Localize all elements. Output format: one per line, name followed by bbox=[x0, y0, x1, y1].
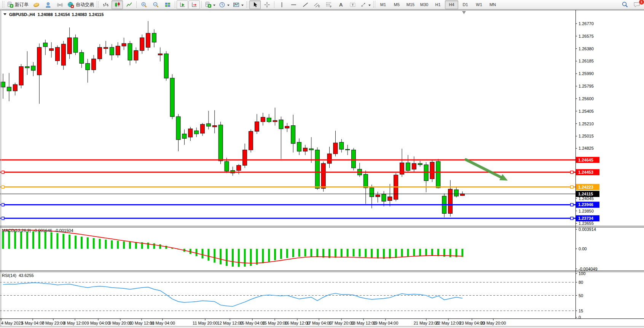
svg-text:1.25405: 1.25405 bbox=[579, 109, 594, 114]
svg-text:23 May 20:00: 23 May 20:00 bbox=[481, 321, 506, 325]
timeframe-mn-button[interactable]: MN bbox=[486, 0, 499, 9]
autotrading-label: 自动交易 bbox=[76, 2, 94, 8]
equidistant-channel-icon: E bbox=[314, 2, 320, 8]
macd-name: MACD(12,26,9) bbox=[2, 228, 31, 233]
indicators-icon bbox=[205, 2, 211, 8]
channel-tool-button[interactable]: E bbox=[311, 0, 323, 9]
timeframe-m30-button[interactable]: M30 bbox=[418, 0, 431, 9]
chart-shift-icon bbox=[191, 2, 198, 8]
horizontal-line-icon bbox=[290, 2, 297, 8]
svg-text:9 May 04:00: 9 May 04:00 bbox=[87, 321, 110, 325]
svg-text:0: 0 bbox=[579, 315, 581, 320]
timeframe-label: M15 bbox=[406, 2, 414, 7]
metaeditor-button[interactable] bbox=[42, 0, 54, 9]
svg-text:50: 50 bbox=[579, 293, 583, 298]
timeframe-m1-button[interactable]: M1 bbox=[376, 0, 390, 9]
toolbar-separator bbox=[274, 1, 274, 8]
new-order-button[interactable]: 新订单 bbox=[5, 0, 30, 9]
svg-text:1.24115: 1.24115 bbox=[578, 192, 593, 196]
text-icon: A bbox=[338, 2, 344, 8]
candlestick-chart-icon bbox=[114, 2, 121, 8]
arrows-icon bbox=[360, 2, 367, 8]
timeframe-h1-button[interactable]: H1 bbox=[431, 0, 445, 9]
line-chart-button[interactable] bbox=[123, 0, 135, 9]
svg-text:7 May 23:00: 7 May 23:00 bbox=[42, 321, 65, 325]
chart-canvas[interactable]: 1.246451.244531.242231.239461.237341.241… bbox=[0, 0, 644, 328]
macd-value-signal: -0.001504 bbox=[54, 228, 73, 233]
timeframe-w1-button[interactable]: W1 bbox=[472, 0, 486, 9]
cursor-icon bbox=[252, 2, 258, 8]
fibonacci-icon: F bbox=[325, 2, 332, 8]
rsi-label: RSI(14) 43.6255 bbox=[2, 273, 34, 278]
timeframe-d1-button[interactable]: D1 bbox=[459, 0, 472, 9]
crosshair-tool-button[interactable] bbox=[261, 0, 273, 9]
zoom-out-button[interactable] bbox=[150, 0, 161, 9]
svg-text:1.25990: 1.25990 bbox=[579, 71, 594, 76]
svg-text:9 May 20:00: 9 May 20:00 bbox=[109, 321, 132, 325]
price-close: 1.24115 bbox=[89, 12, 104, 17]
rsi-name: RSI(14) bbox=[2, 273, 16, 278]
svg-text:4 May 2023: 4 May 2023 bbox=[1, 321, 23, 325]
text-label-icon: T bbox=[349, 2, 356, 8]
svg-text:22 May 12:00: 22 May 12:00 bbox=[436, 321, 461, 325]
toolbar-drag-handle bbox=[246, 2, 248, 8]
bar-chart-button[interactable] bbox=[100, 0, 111, 9]
text-label-tool-button[interactable]: T bbox=[347, 0, 358, 9]
templates-button[interactable] bbox=[231, 0, 245, 9]
timeframe-label: MN bbox=[489, 2, 496, 7]
line-chart-icon bbox=[126, 2, 132, 8]
zoom-in-button[interactable] bbox=[138, 0, 150, 9]
candlestick-chart-button[interactable] bbox=[112, 0, 123, 9]
auto-scroll-button[interactable] bbox=[177, 0, 188, 9]
timeframe-label: W1 bbox=[476, 2, 482, 7]
svg-text:1.25600: 1.25600 bbox=[579, 96, 594, 101]
svg-text:1.26185: 1.26185 bbox=[579, 59, 594, 63]
cursor-tool-button[interactable] bbox=[249, 0, 261, 9]
chevron-down-icon bbox=[241, 5, 244, 7]
search-icon bbox=[622, 1, 628, 8]
search-button[interactable] bbox=[619, 0, 631, 9]
vertical-line-tool-button[interactable] bbox=[276, 0, 287, 9]
autotrading-button[interactable]: 自动交易 bbox=[66, 0, 96, 9]
svg-text:1.23850: 1.23850 bbox=[579, 209, 594, 213]
collapse-icon[interactable] bbox=[3, 13, 6, 17]
svg-text:1.23734: 1.23734 bbox=[578, 216, 594, 221]
text-tool-button[interactable]: A bbox=[335, 0, 346, 9]
timeframe-label: M30 bbox=[420, 2, 428, 7]
svg-text:F: F bbox=[330, 5, 332, 8]
price-high: 1.24154 bbox=[55, 12, 70, 17]
svg-text:T: T bbox=[352, 3, 354, 6]
svg-text:-0.004049: -0.004049 bbox=[579, 267, 598, 271]
svg-text:15 May 20:00: 15 May 20:00 bbox=[262, 321, 288, 325]
timeframe-h4-button[interactable]: H4 bbox=[445, 0, 458, 9]
svg-text:A: A bbox=[339, 2, 343, 8]
svg-text:E: E bbox=[318, 5, 320, 8]
toolbar: 新订单 自动交易 bbox=[0, 0, 644, 10]
svg-text:1.23946: 1.23946 bbox=[578, 202, 593, 207]
notification-count-badge: 1 bbox=[639, 0, 644, 5]
svg-text:12 May 12:00: 12 May 12:00 bbox=[217, 321, 243, 325]
tile-windows-button[interactable] bbox=[162, 0, 173, 9]
svg-text:11 May 20:00: 11 May 20:00 bbox=[193, 321, 218, 325]
trendline-icon bbox=[302, 2, 309, 8]
signals-button[interactable] bbox=[54, 0, 65, 9]
timeframe-m5-button[interactable]: M5 bbox=[390, 0, 403, 9]
arrows-tool-button[interactable] bbox=[359, 0, 372, 9]
charts-profile-button[interactable] bbox=[30, 0, 42, 9]
chevron-down-icon bbox=[213, 5, 215, 7]
fibonacci-tool-button[interactable]: F bbox=[323, 0, 335, 9]
timeframe-label: D1 bbox=[462, 2, 468, 7]
svg-text:18 May 12:00: 18 May 12:00 bbox=[351, 321, 376, 325]
svg-text:1.23655: 1.23655 bbox=[579, 221, 594, 226]
chart-shift-button[interactable] bbox=[188, 0, 200, 9]
vertical-line-icon bbox=[279, 2, 285, 8]
toolbar-separator bbox=[201, 1, 202, 8]
indicators-button[interactable] bbox=[203, 0, 217, 9]
trendline-tool-button[interactable] bbox=[300, 0, 311, 9]
price-low: 1.24083 bbox=[72, 12, 87, 17]
timeframe-m15-button[interactable]: M15 bbox=[404, 0, 417, 9]
macd-label: MACD(12,26,9) -0.001646 -0.001504 bbox=[2, 228, 73, 233]
periods-button[interactable] bbox=[217, 0, 231, 9]
horizontal-line-tool-button[interactable] bbox=[288, 0, 299, 9]
notifications-button[interactable]: 1 bbox=[631, 0, 642, 9]
